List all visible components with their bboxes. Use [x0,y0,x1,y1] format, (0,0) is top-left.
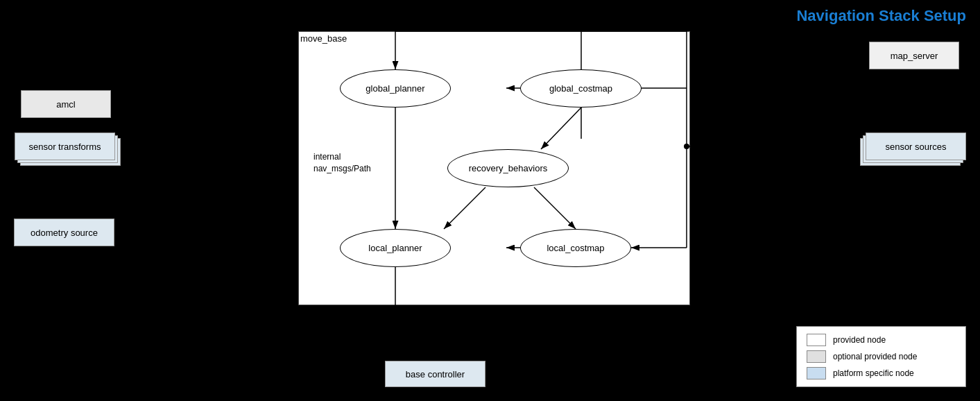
legend-item-optional: optional provided node [807,350,956,363]
move-base-label: move_base [300,33,347,44]
legend: provided node optional provided node pla… [796,326,966,387]
legend-box-white [807,334,826,346]
sensor-sources-node: sensor sources [866,133,966,160]
internal-path-label: internal nav_msgs/Path [313,151,371,175]
sensor-transforms-node: sensor transforms [15,133,115,160]
legend-item-platform: platform specific node [807,367,956,379]
local-costmap-node: local_costmap [520,229,631,267]
page-title: Navigation Stack Setup [796,7,966,25]
svg-line-19 [115,232,298,248]
legend-item-provided: provided node [807,334,956,346]
map-server-node: map_server [869,42,959,69]
legend-box-blue [807,367,826,379]
base-controller-node: base controller [385,361,485,387]
global-costmap-node: global_costmap [520,69,642,108]
recovery-behaviors-node: recovery_behaviors [447,149,569,187]
amcl-node: amcl [21,90,111,118]
global-planner-node: global_planner [340,69,451,108]
odometry-source-node: odometry source [14,219,114,246]
local-planner-node: local_planner [340,229,451,267]
legend-box-gray [807,350,826,363]
